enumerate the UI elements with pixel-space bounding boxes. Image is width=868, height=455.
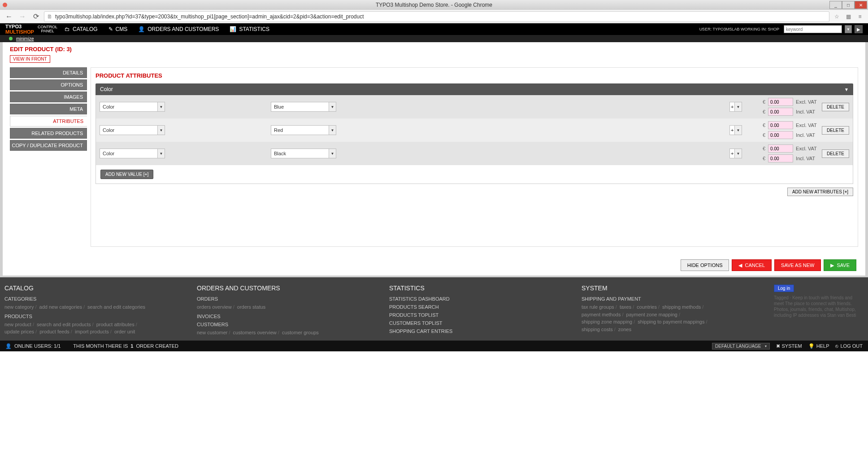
- menu-orders[interactable]: 👤 ORDERS AND CUSTOMERS: [138, 26, 219, 32]
- sign-select[interactable]: + ▼: [729, 102, 742, 112]
- menu-catalog[interactable]: 🗀 CATALOG: [65, 26, 98, 32]
- mac-close-icon[interactable]: [3, 3, 7, 7]
- minimize-window-button[interactable]: _: [829, 1, 842, 9]
- footer-link[interactable]: shipping zone mapping: [582, 319, 632, 324]
- footer-link[interactable]: add new categories: [39, 304, 82, 310]
- footer-link[interactable]: search and edit categories: [87, 304, 145, 310]
- value-select[interactable]: Blue ▼: [271, 102, 336, 112]
- footer-title-orders: ORDERS AND CUSTOMERS: [197, 284, 376, 292]
- pencil-icon: ✎: [108, 26, 113, 32]
- login-button[interactable]: Log in: [774, 284, 794, 292]
- reload-button[interactable]: ⟳: [30, 11, 41, 22]
- excl-vat-input[interactable]: [768, 144, 793, 153]
- footer-link[interactable]: zones: [618, 327, 631, 332]
- footer-link[interactable]: import products: [75, 329, 109, 334]
- system-link[interactable]: ✖SYSTEM: [776, 343, 802, 349]
- value-select[interactable]: Red ▼: [271, 125, 336, 135]
- footer-link[interactable]: new category: [4, 304, 34, 310]
- footer-link[interactable]: orders status: [237, 304, 266, 310]
- tab-copy[interactable]: COPY / DUPLICATE PRODUCT: [10, 140, 87, 151]
- maximize-window-button[interactable]: □: [842, 1, 855, 9]
- delete-button[interactable]: DELETE: [822, 126, 849, 135]
- hide-options-button[interactable]: HIDE OPTIONS: [681, 259, 729, 271]
- incl-vat-input[interactable]: [768, 154, 793, 162]
- star-icon[interactable]: ☆: [832, 12, 841, 21]
- sign-select[interactable]: + ▼: [729, 149, 742, 158]
- footer-link[interactable]: payment zone mapping: [626, 312, 677, 317]
- footer-link[interactable]: order unit: [114, 329, 135, 334]
- language-select[interactable]: DEFAULT LANGUAGE: [712, 343, 769, 350]
- chevron-down-icon[interactable]: ▼: [158, 102, 165, 112]
- footer-link[interactable]: search and edit products: [37, 322, 91, 327]
- footer-link[interactable]: taxes: [620, 304, 631, 310]
- chevron-down-icon[interactable]: ▼: [329, 102, 336, 112]
- view-in-front-button[interactable]: VIEW IN FRONT: [10, 55, 50, 63]
- footer-link[interactable]: shipping costs: [582, 327, 613, 332]
- attr-select[interactable]: Color ▼: [100, 149, 165, 158]
- chevron-down-icon[interactable]: ▼: [735, 149, 742, 158]
- tab-meta[interactable]: META: [10, 104, 87, 114]
- add-value-button[interactable]: ADD NEW VALUE [+]: [100, 170, 153, 179]
- attr-select[interactable]: Color ▼: [100, 125, 165, 135]
- footer-link[interactable]: PRODUCTS SEARCH: [389, 304, 439, 310]
- footer-link[interactable]: product attributes: [96, 322, 135, 327]
- search-go-button[interactable]: ▶: [855, 25, 863, 33]
- save-as-new-button[interactable]: SAVE AS NEW: [774, 259, 821, 271]
- excl-vat-input[interactable]: [768, 121, 793, 129]
- tab-images[interactable]: IMAGES: [10, 92, 87, 102]
- incl-vat-input[interactable]: [768, 108, 793, 116]
- tab-related[interactable]: RELATED PRODUCTS: [10, 128, 87, 139]
- chevron-down-icon[interactable]: ▼: [735, 102, 742, 112]
- cancel-button[interactable]: ◀CANCEL: [732, 259, 772, 271]
- menu-statistics[interactable]: 📊 STATISTICS: [230, 26, 269, 32]
- footer-link[interactable]: new product: [4, 322, 31, 327]
- delete-button[interactable]: DELETE: [822, 149, 849, 158]
- chevron-down-icon[interactable]: ▼: [329, 125, 336, 135]
- help-link[interactable]: 💡HELP: [808, 343, 829, 349]
- extension-icon[interactable]: ▦: [844, 12, 853, 21]
- close-window-button[interactable]: ✕: [855, 1, 867, 9]
- chevron-down-icon[interactable]: ▼: [735, 125, 742, 135]
- sign-select[interactable]: + ▼: [729, 125, 742, 135]
- footer-link[interactable]: tax rule groups: [582, 304, 614, 310]
- footer-link[interactable]: new customer: [197, 330, 227, 335]
- chevron-down-icon[interactable]: ▼: [329, 149, 336, 158]
- collapse-icon[interactable]: ▼: [844, 87, 849, 92]
- attr-select[interactable]: Color ▼: [100, 102, 165, 112]
- chevron-down-icon[interactable]: ▼: [158, 149, 165, 158]
- footer-link[interactable]: PRODUCTS TOPLIST: [389, 312, 438, 318]
- tab-options[interactable]: OPTIONS: [10, 79, 87, 90]
- excl-vat-input[interactable]: [768, 98, 793, 106]
- logout-link[interactable]: ⎋LOG OUT: [835, 343, 863, 349]
- footer-link[interactable]: CUSTOMERS TOPLIST: [389, 320, 443, 326]
- admin-logo[interactable]: TYPO3 MULTISHOP CONTROL PANEL: [5, 24, 57, 35]
- minimize-link[interactable]: minimize: [16, 36, 34, 41]
- back-button[interactable]: ←: [4, 11, 14, 22]
- footer-link[interactable]: update prices: [4, 329, 34, 334]
- month-text-a: THIS MONTH THERE IS: [73, 343, 128, 349]
- menu-cms[interactable]: ✎ CMS: [108, 26, 128, 32]
- menu-icon[interactable]: ≡: [855, 12, 864, 21]
- tab-details[interactable]: DETAILS: [10, 67, 87, 78]
- value-select[interactable]: Black ▼: [271, 149, 336, 158]
- footer-link[interactable]: SHOPPING CART ENTRIES: [389, 328, 452, 334]
- save-button[interactable]: ▶SAVE: [824, 259, 856, 271]
- search-dropdown-button[interactable]: ▼: [845, 25, 852, 33]
- add-attributes-button[interactable]: ADD NEW ATTRIBUTES [+]: [787, 188, 853, 196]
- incl-vat-input[interactable]: [768, 131, 793, 139]
- footer-link[interactable]: payment methods: [582, 312, 621, 317]
- search-input[interactable]: [784, 25, 842, 33]
- forward-button[interactable]: →: [17, 11, 28, 22]
- footer-link[interactable]: shipping to payment mappings: [638, 319, 704, 324]
- url-bar[interactable]: 🗎 typo3multishop.lab/index.php?id=37&typ…: [44, 11, 829, 22]
- tab-attributes[interactable]: ATTRIBUTES: [10, 116, 87, 127]
- footer-link[interactable]: countries: [637, 304, 657, 310]
- footer-link[interactable]: customers overview: [233, 330, 277, 335]
- footer-link[interactable]: orders overview: [197, 304, 232, 310]
- footer-link[interactable]: product feeds: [39, 329, 69, 334]
- footer-link[interactable]: customer groups: [282, 330, 319, 335]
- chevron-down-icon[interactable]: ▼: [158, 125, 165, 135]
- delete-button[interactable]: DELETE: [822, 103, 849, 111]
- footer-link[interactable]: STATISTICS DASHBOARD: [389, 296, 450, 302]
- footer-link[interactable]: shipping methods: [662, 304, 701, 310]
